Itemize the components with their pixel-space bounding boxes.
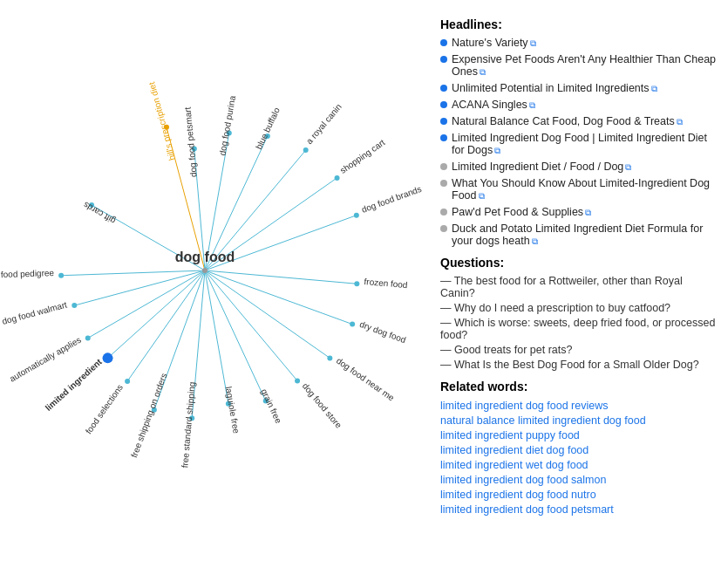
- mindmap-label: free standard shipping: [180, 381, 197, 469]
- headline-dot: [440, 225, 447, 232]
- mindmap-label: frozen food: [364, 277, 408, 290]
- related-word-link[interactable]: limited ingredient dog food petsmart: [440, 503, 614, 516]
- main-container: hill's prescription dietdog food petsmar…: [0, 0, 728, 568]
- right-panel: Headlines: Nature's Variety⧉Expensive Pe…: [427, 0, 728, 568]
- headline-text[interactable]: Unlimited Potential in Limited Ingredien…: [452, 82, 657, 94]
- mindmap-label: limited ingredient: [44, 357, 105, 413]
- mindmap-label: a royal canin: [304, 102, 344, 147]
- question-item: — Good treats for pet rats?: [440, 344, 719, 356]
- mindmap-node[interactable]: [295, 378, 300, 383]
- mindmap-node[interactable]: [350, 322, 355, 327]
- headline-item: Natural Balance Cat Food, Dog Food & Tre…: [440, 115, 719, 127]
- external-link-icon[interactable]: ⧉: [530, 38, 536, 48]
- mindmap-label: automatically applies: [8, 335, 83, 384]
- mindmap-node[interactable]: [85, 336, 91, 341]
- related-word-link[interactable]: limited ingredient dog food reviews: [440, 400, 608, 412]
- related-word-item[interactable]: limited ingredient wet dog food: [440, 458, 719, 471]
- external-link-icon[interactable]: ⧉: [651, 84, 657, 93]
- external-link-icon[interactable]: ⧉: [479, 191, 485, 201]
- mindmap-line: [205, 270, 357, 284]
- questions-title: Questions:: [440, 256, 719, 270]
- mindmap-panel: hill's prescription dietdog food petsmar…: [0, 0, 427, 568]
- external-link-icon[interactable]: ⧉: [480, 67, 486, 77]
- headline-item: Expensive Pet Foods Aren't Any Healthier…: [440, 53, 719, 78]
- related-word-item[interactable]: natural balance limited ingredient dog f…: [440, 414, 719, 427]
- related-word-item[interactable]: limited ingredient dog food nutro: [440, 488, 719, 501]
- mindmap-line: [88, 270, 205, 339]
- related-word-item[interactable]: limited ingredient dog food reviews: [440, 399, 719, 412]
- headline-text[interactable]: Limited Ingredient Diet / Food / Dog⧉: [452, 161, 631, 173]
- related-word-link[interactable]: limited ingredient puppy food: [440, 429, 580, 441]
- mindmap-node[interactable]: [335, 175, 340, 181]
- mindmap-node[interactable]: [354, 213, 359, 218]
- headline-item: Limited Ingredient Dog Food | Limited In…: [440, 132, 719, 156]
- mindmap-node[interactable]: [58, 273, 64, 278]
- mindmap-label: dry dog food: [358, 319, 407, 345]
- question-item: — The best food for a Rottweiler, other …: [440, 275, 719, 299]
- mindmap-label: free shipping on orders: [129, 372, 168, 459]
- external-link-icon[interactable]: ⧉: [532, 236, 538, 246]
- mindmap-label: dog food petsmart: [183, 106, 199, 177]
- headlines-list: Nature's Variety⧉Expensive Pet Foods Are…: [440, 37, 719, 247]
- mindmap-label: dog food pedigree: [0, 268, 55, 280]
- headline-item: Paw'd Pet Food & Supplies⧉: [440, 206, 719, 218]
- headline-text[interactable]: Limited Ingredient Dog Food | Limited In…: [452, 132, 719, 156]
- mindmap-label: hill's prescription diet: [146, 81, 177, 161]
- related-word-link[interactable]: limited ingredient dog food nutro: [440, 489, 596, 501]
- related-word-link[interactable]: natural balance limited ingredient dog f…: [440, 414, 646, 427]
- headline-text[interactable]: Nature's Variety⧉: [452, 37, 536, 49]
- headline-text[interactable]: What You Should Know About Limited-Ingre…: [452, 177, 719, 202]
- related-word-item[interactable]: limited ingredient dog food salmon: [440, 473, 719, 486]
- headline-dot: [440, 56, 447, 63]
- mindmap-label: gift cards: [82, 200, 118, 226]
- mindmap-node-highlight[interactable]: [103, 352, 113, 363]
- headlines-title: Headlines:: [440, 17, 719, 31]
- headline-text[interactable]: Duck and Potato Limited Ingredient Diet …: [452, 222, 719, 247]
- external-link-icon[interactable]: ⧉: [494, 146, 500, 155]
- external-link-icon[interactable]: ⧉: [625, 162, 631, 172]
- mindmap-node[interactable]: [71, 303, 77, 308]
- headline-item: Duck and Potato Limited Ingredient Diet …: [440, 222, 719, 247]
- headline-item: Limited Ingredient Diet / Food / Dog⧉: [440, 161, 719, 173]
- headline-item: What You Should Know About Limited-Ingre…: [440, 177, 719, 202]
- mindmap-node[interactable]: [327, 355, 332, 360]
- related-word-item[interactable]: limited ingredient diet dog food: [440, 443, 719, 456]
- mindmap-label: dog food walmart: [1, 299, 68, 326]
- mindmap-line: [61, 270, 205, 276]
- headline-text[interactable]: Expensive Pet Foods Aren't Any Healthier…: [452, 53, 719, 78]
- mindmap-line: [205, 270, 266, 401]
- headline-text[interactable]: Natural Balance Cat Food, Dog Food & Tre…: [452, 115, 683, 127]
- question-item: — Which is worse: sweets, deep fried foo…: [440, 317, 719, 341]
- headline-text[interactable]: Paw'd Pet Food & Supplies⧉: [452, 206, 591, 218]
- mindmap-label: shopping cart: [338, 137, 387, 175]
- headline-dot: [440, 134, 447, 141]
- mindmap-label: dog food purina: [217, 94, 237, 156]
- related-word-link[interactable]: limited ingredient wet dog food: [440, 459, 589, 471]
- center-label: dog food: [175, 250, 235, 264]
- headline-dot: [440, 85, 447, 92]
- related-word-item[interactable]: limited ingredient dog food petsmart: [440, 503, 719, 516]
- headline-text[interactable]: ACANA Singles⧉: [452, 99, 535, 111]
- headline-dot: [440, 209, 447, 216]
- headline-item: Unlimited Potential in Limited Ingredien…: [440, 82, 719, 94]
- related-word-item[interactable]: limited ingredient puppy food: [440, 428, 719, 441]
- related-title: Related words:: [440, 380, 719, 393]
- mindmap-label: dog food store: [301, 381, 344, 430]
- external-link-icon[interactable]: ⧉: [529, 100, 535, 110]
- external-link-icon[interactable]: ⧉: [677, 117, 683, 127]
- headline-dot: [440, 39, 447, 46]
- mindmap-svg: hill's prescription dietdog food petsmar…: [0, 0, 427, 568]
- mindmap-label: blue buffalo: [254, 106, 282, 151]
- question-item: — Why do I need a prescription to buy ca…: [440, 302, 719, 314]
- related-list: limited ingredient dog food reviewsnatur…: [440, 399, 719, 516]
- mindmap-node[interactable]: [125, 379, 130, 384]
- mindmap-node[interactable]: [354, 281, 359, 286]
- headline-dot: [440, 118, 447, 125]
- mindmap-label: dog food near me: [335, 356, 397, 403]
- external-link-icon[interactable]: ⧉: [585, 208, 591, 217]
- related-word-link[interactable]: limited ingredient diet dog food: [440, 444, 589, 456]
- related-word-link[interactable]: limited ingredient dog food salmon: [440, 474, 606, 486]
- headline-dot: [440, 180, 447, 187]
- mindmap-node[interactable]: [303, 147, 309, 153]
- mindmap-label: food selections: [84, 382, 125, 435]
